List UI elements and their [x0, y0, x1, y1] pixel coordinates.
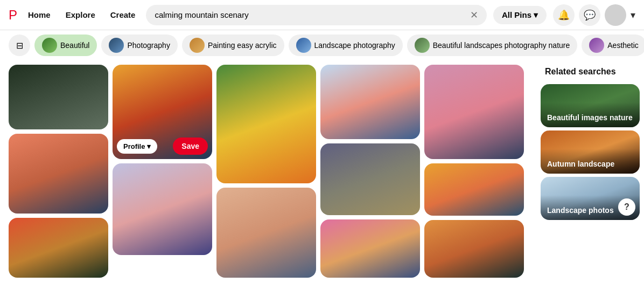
- card-action-bar: Profile ▾ Save: [117, 137, 208, 155]
- pin-card[interactable]: [113, 163, 212, 255]
- pin-card[interactable]: [424, 163, 524, 216]
- pin-card[interactable]: [320, 219, 420, 278]
- sidebar: Related searches Beautiful images nature…: [536, 60, 644, 282]
- save-button[interactable]: Save: [173, 137, 208, 155]
- pin-card[interactable]: [320, 143, 420, 215]
- expand-button[interactable]: ▾: [631, 9, 635, 21]
- chip-painting-acrylic[interactable]: Painting easy acrylic: [182, 35, 284, 56]
- all-pins-button[interactable]: All Pins ▾: [493, 6, 547, 24]
- related-card-label: Autumn landscape: [541, 149, 640, 174]
- profile-button[interactable]: Profile ▾: [117, 139, 157, 154]
- filter-icon: ⊟: [16, 40, 23, 51]
- header-icons: 🔔 💬 ▾: [553, 4, 635, 26]
- header: P Home Explore Create ✕ All Pins ▾ 🔔 💬 ▾: [0, 0, 644, 30]
- pin-card[interactable]: [9, 65, 108, 129]
- filter-bar: ⊟ Beautiful Photography Painting easy ac…: [0, 30, 644, 60]
- pin-card[interactable]: [216, 188, 316, 278]
- chip-label: Beautiful landscapes photography nature: [433, 41, 570, 50]
- search-bar: ✕: [146, 5, 487, 25]
- masonry-col-1: [9, 65, 108, 278]
- help-icon[interactable]: ?: [618, 198, 635, 216]
- bell-icon: 🔔: [558, 9, 570, 21]
- chip-beautiful-landscapes[interactable]: Beautiful landscapes photography nature: [407, 35, 578, 56]
- pin-card[interactable]: [216, 65, 316, 183]
- pin-card[interactable]: [9, 218, 108, 278]
- chip-beautiful[interactable]: Beautiful: [34, 35, 97, 56]
- nav-home[interactable]: Home: [24, 8, 55, 22]
- pinterest-logo[interactable]: P: [9, 8, 17, 23]
- messages-button[interactable]: 💬: [579, 4, 600, 26]
- chip-label: Photography: [127, 41, 170, 50]
- chevron-down-icon: ▾: [147, 142, 151, 150]
- related-card-beautiful-images[interactable]: Beautiful images nature: [541, 84, 640, 127]
- chip-label: Painting easy acrylic: [208, 41, 277, 50]
- notifications-button[interactable]: 🔔: [553, 4, 575, 26]
- pin-card[interactable]: [9, 134, 108, 214]
- avatar[interactable]: [605, 4, 626, 26]
- masonry-col-5: [424, 65, 524, 278]
- masonry-col-2: Profile ▾ Save: [113, 65, 212, 278]
- chip-label: Aesthetic: [607, 41, 639, 50]
- pin-card[interactable]: [424, 65, 524, 159]
- filter-icon-button[interactable]: ⊟: [9, 35, 30, 56]
- pin-card-active[interactable]: Profile ▾ Save: [113, 65, 212, 159]
- masonry-col-4: [320, 65, 420, 278]
- related-card-autumn[interactable]: Autumn landscape: [541, 130, 640, 174]
- all-pins-label: All Pins: [502, 10, 531, 19]
- search-input[interactable]: [155, 10, 466, 19]
- chip-photography[interactable]: Photography: [101, 35, 177, 56]
- search-clear-icon[interactable]: ✕: [470, 9, 478, 21]
- pin-card[interactable]: [320, 65, 420, 139]
- chevron-down-icon: ▾: [534, 10, 538, 20]
- chip-label: Beautiful: [60, 41, 89, 50]
- profile-label: Profile: [123, 142, 145, 150]
- related-searches-title: Related searches: [541, 65, 640, 81]
- chip-aesthetic[interactable]: Aesthetic: [582, 35, 644, 56]
- chat-icon: 💬: [584, 9, 596, 21]
- related-card-label: Beautiful images nature: [541, 102, 640, 127]
- nav-create[interactable]: Create: [106, 8, 140, 22]
- related-card-landscape-photos[interactable]: Landscape photos ?: [541, 177, 640, 220]
- chip-landscape-photography[interactable]: Landscape photography: [289, 35, 403, 56]
- masonry-grid: Profile ▾ Save: [0, 60, 536, 282]
- masonry-col-3: [216, 65, 316, 278]
- pin-card[interactable]: [424, 220, 524, 278]
- nav-explore[interactable]: Explore: [61, 8, 100, 22]
- main-content: Profile ▾ Save Relat: [0, 60, 644, 282]
- chip-label: Landscape photography: [314, 41, 395, 50]
